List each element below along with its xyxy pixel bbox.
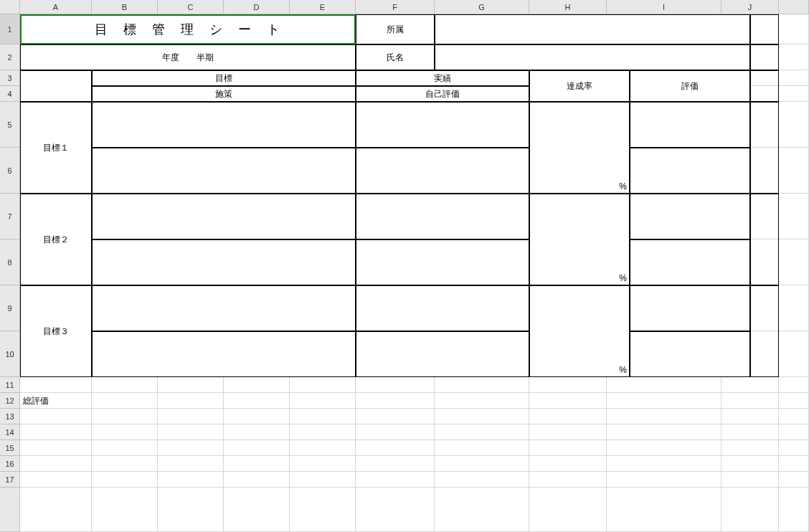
row-header-10[interactable]: 10 (0, 331, 20, 377)
col-header-H[interactable]: H (529, 0, 607, 14)
name-label: 氏名 (356, 44, 435, 70)
cell-goal1-eval-top[interactable] (630, 102, 750, 148)
col-header-B[interactable]: B (92, 0, 158, 14)
row-header-5[interactable]: 5 (0, 102, 20, 148)
col-header-E[interactable]: E (290, 0, 356, 14)
result-header-text: 実績 (356, 70, 529, 86)
selfeval-header-text: 自己評価 (356, 86, 529, 102)
cell-j-goal2[interactable] (750, 194, 779, 285)
row-header-13[interactable]: 13 (0, 409, 20, 424)
cell-j1[interactable] (750, 14, 779, 44)
measure-header-text: 施策 (92, 86, 356, 102)
cell-goal3-result[interactable] (356, 285, 529, 331)
goal1-label-text: 目標１ (20, 102, 92, 194)
cell-j-goal3[interactable] (750, 285, 779, 377)
cell-goal1-eval-bot[interactable] (630, 148, 750, 194)
goal-header-text: 目標 (92, 70, 356, 86)
year-term-text: 年度 半期 (20, 44, 356, 70)
overall-eval-text[interactable]: 総評価 (22, 393, 90, 409)
goal2-label-text: 目標２ (20, 194, 92, 285)
cell-a34[interactable] (20, 70, 92, 102)
affiliation-label: 所属 (356, 14, 435, 44)
row-header-11[interactable]: 11 (0, 377, 20, 393)
goal1-percent: % (529, 179, 630, 194)
row-header-12[interactable]: 12 (0, 393, 20, 409)
cell-j34[interactable] (750, 70, 779, 102)
cell-name-value[interactable] (435, 44, 750, 70)
row-header-9[interactable]: 9 (0, 285, 20, 331)
row-header-15[interactable]: 15 (0, 440, 20, 456)
cell-goal2-selfeval[interactable] (356, 239, 529, 285)
cell-goal2-target[interactable] (92, 194, 356, 239)
cell-goal3-target[interactable] (92, 285, 356, 331)
row-header-extra[interactable] (0, 488, 20, 532)
col-header-C[interactable]: C (158, 0, 224, 14)
cell-goal2-eval-bot[interactable] (630, 239, 750, 285)
row-header-3[interactable]: 3 (0, 70, 20, 86)
goal2-percent: % (529, 271, 630, 285)
row-header-1[interactable]: 1 (0, 14, 20, 44)
row-header-16[interactable]: 16 (0, 456, 20, 472)
eval-header-text: 評価 (630, 70, 750, 102)
cell-j2[interactable] (750, 44, 779, 70)
row-header-8[interactable]: 8 (0, 239, 20, 285)
achieve-header-text: 達成率 (529, 70, 630, 102)
cell-j-goal1[interactable] (750, 102, 779, 194)
cell-goal1-measure[interactable] (92, 148, 356, 194)
goal3-label-text: 目標３ (20, 285, 92, 377)
row-header-6[interactable]: 6 (0, 148, 20, 194)
col-header-extra[interactable] (779, 0, 809, 14)
cell-goal2-eval-top[interactable] (630, 194, 750, 239)
cell-goal1-result[interactable] (356, 102, 529, 148)
cell-affiliation-value[interactable] (435, 14, 750, 44)
cell-goal3-measure[interactable] (92, 331, 356, 377)
col-header-J[interactable]: J (722, 0, 779, 14)
spreadsheet-area: A B C D E F G H I J 1 2 3 4 5 6 7 8 9 10… (0, 0, 809, 532)
cell-goal3-selfeval[interactable] (356, 331, 529, 377)
col-header-D[interactable]: D (224, 0, 290, 14)
row-header-17[interactable]: 17 (0, 472, 20, 488)
title-text: 目 標 管 理 シ ー ト (20, 14, 356, 44)
col-header-G[interactable]: G (435, 0, 529, 14)
cell-goal3-eval-bot[interactable] (630, 331, 750, 377)
row-header-14[interactable]: 14 (0, 424, 20, 440)
goal3-percent: % (529, 363, 630, 377)
cell-goal2-result[interactable] (356, 194, 529, 239)
row-header-7[interactable]: 7 (0, 194, 20, 239)
row-header-4[interactable]: 4 (0, 86, 20, 102)
row-header-2[interactable]: 2 (0, 44, 20, 70)
cell-goal1-target[interactable] (92, 102, 356, 148)
cell-goal1-selfeval[interactable] (356, 148, 529, 194)
col-header-F[interactable]: F (356, 0, 435, 14)
cell-goal2-measure[interactable] (92, 239, 356, 285)
cell-goal3-eval-top[interactable] (630, 285, 750, 331)
col-header-A[interactable]: A (20, 0, 92, 14)
col-header-I[interactable]: I (607, 0, 722, 14)
select-all-corner[interactable] (0, 0, 20, 14)
